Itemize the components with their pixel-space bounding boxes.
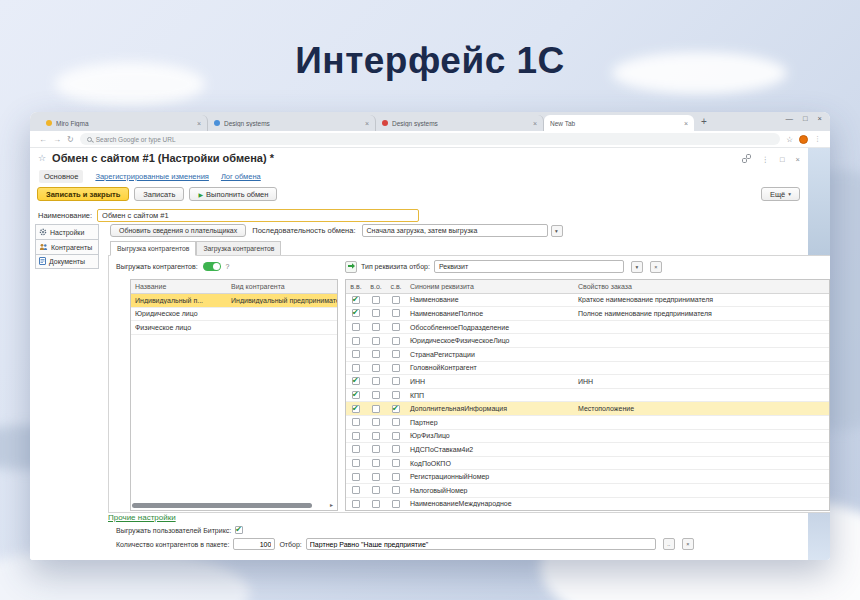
checkbox-vv[interactable]	[352, 418, 360, 426]
sidebar-item-документы[interactable]: Документы	[35, 254, 99, 269]
type-filter-value[interactable]: Реквизит	[434, 260, 624, 273]
sidebar-item-настройки[interactable]: Настройки	[35, 224, 99, 239]
attribute-row[interactable]: ЮрФизЛицо	[346, 430, 829, 444]
checkbox-vv[interactable]	[352, 337, 360, 345]
unload-toggle[interactable]	[203, 262, 221, 271]
browser-menu-kebab-icon[interactable]: ⋮	[814, 135, 821, 143]
checkbox-sv[interactable]	[392, 418, 400, 426]
checkbox-sv[interactable]	[392, 350, 400, 358]
checkbox-vo[interactable]	[372, 500, 380, 508]
checkbox-vo[interactable]	[372, 377, 380, 385]
link-icon[interactable]	[742, 154, 751, 165]
batch-size-input[interactable]	[233, 538, 275, 550]
partner-filter-input[interactable]	[306, 538, 656, 550]
checkbox-vo[interactable]	[372, 391, 380, 399]
checkbox-vo[interactable]	[372, 350, 380, 358]
exchange-icon[interactable]	[345, 261, 357, 273]
checkbox-vo[interactable]	[372, 486, 380, 494]
checkbox-vv[interactable]	[352, 309, 360, 317]
other-settings-link[interactable]: Прочие настройки	[108, 513, 176, 522]
checkbox-sv[interactable]	[392, 500, 400, 508]
checkbox-sv[interactable]	[392, 309, 400, 317]
ellipsis-button[interactable]: ..	[663, 538, 675, 550]
tab-close-icon[interactable]: ×	[684, 120, 688, 127]
column-header[interactable]: Свойство заказа	[574, 283, 829, 290]
checkbox-vo[interactable]	[372, 445, 380, 453]
attribute-row[interactable]: НаименованиеПолноеПолное наименование пр…	[346, 307, 829, 321]
contractor-kind-row[interactable]: Физическое лицо	[131, 321, 337, 335]
contractor-kind-row[interactable]: Юридическое лицо	[131, 308, 337, 322]
checkbox-sv[interactable]	[392, 445, 400, 453]
attribute-row[interactable]: КПП	[346, 389, 829, 403]
attribute-row[interactable]: ЮридическоеФизическоеЛицо	[346, 334, 829, 348]
attribute-row[interactable]: НаименованиеКраткое наименование предпри…	[346, 294, 829, 308]
nav-main[interactable]: Основное	[39, 170, 83, 183]
back-icon[interactable]: ←	[39, 135, 47, 144]
name-input[interactable]	[97, 209, 419, 222]
close-icon[interactable]: ×	[818, 114, 822, 123]
attribute-row[interactable]: НДСПоСтавкам4и2	[346, 443, 829, 457]
browser-tab[interactable]: New Tab×	[544, 115, 694, 131]
refresh-payers-button[interactable]: Обновить сведения о плательщиках	[110, 224, 246, 237]
checkbox-vv[interactable]	[352, 377, 360, 385]
clear-icon[interactable]: ×	[650, 261, 662, 273]
bitrix-checkbox[interactable]	[235, 526, 243, 534]
form-close-icon[interactable]: ×	[796, 155, 800, 164]
checkbox-sv[interactable]	[392, 486, 400, 494]
checkbox-vo[interactable]	[372, 337, 380, 345]
checkbox-sv[interactable]	[392, 323, 400, 331]
checkbox-sv[interactable]	[392, 459, 400, 467]
tab-unload-contractors[interactable]: Выгрузка контрагентов	[110, 241, 196, 256]
horizontal-scrollbar[interactable]	[132, 503, 312, 508]
checkbox-vo[interactable]	[372, 309, 380, 317]
scroll-right-icon[interactable]: ▸	[330, 501, 333, 508]
checkbox-vo[interactable]	[372, 418, 380, 426]
attribute-row[interactable]: ОбособленноеПодразделение	[346, 321, 829, 335]
form-maximize-icon[interactable]: □	[780, 155, 785, 164]
attribute-row[interactable]: Партнер	[346, 416, 829, 430]
checkbox-vv[interactable]	[352, 473, 360, 481]
checkbox-vo[interactable]	[372, 364, 380, 372]
column-header[interactable]: в.в.	[346, 283, 366, 290]
checkbox-vv[interactable]	[352, 364, 360, 372]
form-menu-kebab-icon[interactable]: ⋮	[762, 155, 770, 164]
checkbox-vv[interactable]	[352, 486, 360, 494]
checkbox-vv[interactable]	[352, 391, 360, 399]
tab-load-contractors[interactable]: Загрузка контрагентов	[196, 241, 281, 256]
forward-icon[interactable]: →	[53, 135, 61, 144]
checkbox-vv[interactable]	[352, 500, 360, 508]
help-icon[interactable]: ?	[226, 263, 230, 270]
browser-tab[interactable]: Design systems×	[208, 115, 376, 131]
column-header[interactable]: в.о.	[366, 283, 386, 290]
more-button[interactable]: Ещё▾	[761, 187, 800, 201]
column-header[interactable]: с.в.	[386, 283, 406, 290]
checkbox-sv[interactable]	[392, 391, 400, 399]
attribute-row[interactable]: ИННИНН	[346, 375, 829, 389]
checkbox-vo[interactable]	[372, 432, 380, 440]
checkbox-vo[interactable]	[372, 323, 380, 331]
checkbox-vv[interactable]	[352, 405, 360, 413]
sequence-combo[interactable]: Сначала загрузка, затем выгрузка ▾	[362, 224, 563, 237]
attribute-row[interactable]: ДополнительнаяИнформацияМестоположение	[346, 402, 829, 416]
bookmark-star-icon[interactable]: ☆	[786, 135, 793, 144]
attribute-row[interactable]: РегистрационныйНомер	[346, 470, 829, 484]
checkbox-vo[interactable]	[372, 473, 380, 481]
checkbox-sv[interactable]	[392, 377, 400, 385]
checkbox-vv[interactable]	[352, 350, 360, 358]
checkbox-vv[interactable]	[352, 459, 360, 467]
checkbox-vo[interactable]	[372, 296, 380, 304]
new-tab-button[interactable]: +	[701, 115, 707, 129]
checkbox-vv[interactable]	[352, 296, 360, 304]
attribute-row[interactable]: КодПоОКПО	[346, 457, 829, 471]
column-header[interactable]: Название	[131, 283, 227, 290]
checkbox-vv[interactable]	[352, 432, 360, 440]
column-header[interactable]: Вид контрагента	[227, 283, 337, 290]
checkbox-sv[interactable]	[392, 296, 400, 304]
checkbox-sv[interactable]	[392, 432, 400, 440]
checkbox-sv[interactable]	[392, 364, 400, 372]
sidebar-item-контрагенты[interactable]: Контрагенты	[35, 239, 99, 254]
tab-close-icon[interactable]: ×	[365, 120, 369, 127]
checkbox-vv[interactable]	[352, 323, 360, 331]
chevron-down-icon[interactable]: ▾	[551, 225, 563, 237]
tab-close-icon[interactable]: ×	[533, 120, 537, 127]
